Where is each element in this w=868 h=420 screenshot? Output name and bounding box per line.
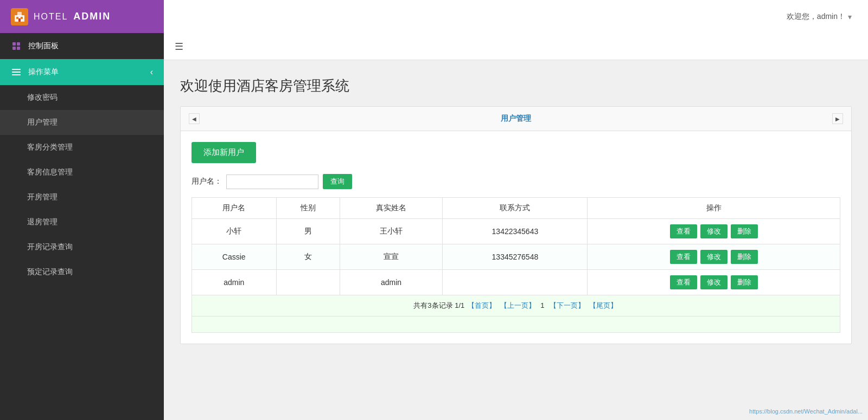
sidebar-item-checkin[interactable]: 开房管理 [0,185,164,210]
sidebar-item-change-password[interactable]: 修改密码 [0,85,164,110]
search-area: 用户名： 查询 [192,174,840,189]
welcome-text: 欢迎您，admin！ [787,12,845,22]
view-button[interactable]: 查看 [670,250,697,264]
card-left-arrow[interactable]: ◀ [189,113,200,124]
search-button[interactable]: 查询 [323,174,352,189]
sidebar-item-user-management[interactable]: 用户管理 [0,110,164,135]
pagination-first[interactable]: 【首页】 [468,301,496,309]
search-label: 用户名： [192,177,222,186]
sidebar-item-dashboard[interactable]: 控制面板 [0,33,164,59]
pagination-next[interactable]: 【下一页】 [550,301,585,309]
sidebar-item-room-info[interactable]: 客房信息管理 [0,160,164,185]
svg-rect-5 [12,42,16,46]
header-right: 欢迎您，admin！ ▾ [164,0,868,33]
delete-button[interactable]: 删除 [731,250,758,264]
svg-rect-1 [17,12,22,16]
sidebar-item-checkin-records[interactable]: 开房记录查询 [0,235,164,260]
edit-button[interactable]: 修改 [700,275,727,289]
table-row: 小轩男王小轩13422345643查看修改删除 [192,219,840,244]
content-area: ☰ 欢迎使用酒店客房管理系统 ◀ 用户管理 ▶ 添加新用户 用户名： 查询 [164,33,868,420]
cell-username: admin [192,270,277,295]
view-button[interactable]: 查看 [670,224,697,238]
svg-rect-10 [12,72,21,73]
user-table: 用户名 性别 真实姓名 联系方式 操作 小轩男王小轩13422345643查看修… [192,197,840,333]
pagination-last[interactable]: 【尾页】 [589,301,617,309]
cell-gender: 女 [276,244,340,270]
cell-gender [276,270,340,295]
sidebar: 控制面板 操作菜单 ‹ 修改密码 用户管理 客房分类管理 [0,33,164,420]
cell-actions: 查看修改删除 [588,270,840,295]
svg-rect-2 [16,17,18,19]
col-contact: 联系方式 [443,198,588,219]
user-management-card: ◀ 用户管理 ▶ 添加新用户 用户名： 查询 用户名 [180,106,852,344]
search-input[interactable] [226,175,318,189]
delete-button[interactable]: 删除 [731,275,758,289]
hamburger-button[interactable]: ☰ [175,41,183,53]
logo-hotel-text: HOTEL [34,12,68,22]
content-topbar: ☰ [164,33,868,60]
dashboard-icon [11,41,22,51]
col-actions: 操作 [588,198,840,219]
sidebar-item-reservation-records[interactable]: 预定记录查询 [0,260,164,285]
table-row: adminadmin查看修改删除 [192,270,840,295]
col-username: 用户名 [192,198,277,219]
card-header: ◀ 用户管理 ▶ [181,107,851,131]
svg-rect-8 [17,47,20,50]
svg-rect-11 [12,74,21,75]
menu-icon [11,67,22,77]
card-right-arrow[interactable]: ▶ [832,113,843,124]
col-realname: 真实姓名 [340,198,443,219]
col-gender: 性别 [276,198,340,219]
cell-actions: 查看修改删除 [588,244,840,270]
edit-button[interactable]: 修改 [700,250,727,264]
delete-button[interactable]: 删除 [731,224,758,238]
svg-rect-4 [18,18,21,22]
logo-admin-text: ADMIN [73,11,111,22]
cell-actions: 查看修改删除 [588,219,840,244]
cell-username: Cassie [192,244,277,270]
cell-realname: 宣宣 [340,244,443,270]
user-dropdown-arrow[interactable]: ▾ [848,12,852,21]
svg-rect-7 [12,47,16,50]
svg-rect-6 [17,42,20,46]
table-footer-row [192,316,840,333]
cell-contact [443,270,588,295]
table-row: Cassie女宣宣13345276548查看修改删除 [192,244,840,270]
cell-username: 小轩 [192,219,277,244]
card-body: 添加新用户 用户名： 查询 用户名 性别 真实姓名 联系方式 [181,131,851,344]
edit-button[interactable]: 修改 [700,224,727,238]
menu-label: 操作菜单 [28,67,59,77]
pagination-cell: 共有3条记录 1/1 【首页】 【上一页】 1 【下一页】 【尾页】 [192,295,840,316]
menu-collapse-arrow[interactable]: ‹ [150,67,153,77]
sidebar-menu-section[interactable]: 操作菜单 ‹ [0,59,164,85]
logo-icon [11,8,28,25]
cell-gender: 男 [276,219,340,244]
table-footer-cell [192,316,840,333]
cell-realname: admin [340,270,443,295]
cell-contact: 13345276548 [443,244,588,270]
content-inner: ◀ 用户管理 ▶ 添加新用户 用户名： 查询 用户名 [164,106,868,420]
sidebar-item-checkout[interactable]: 退房管理 [0,210,164,235]
watermark: https://blog.csdn.net/Wechat_Admin/adal.… [749,408,863,415]
pagination-current: 1 [540,301,544,309]
add-user-button[interactable]: 添加新用户 [192,142,256,163]
pagination-prev[interactable]: 【上一页】 [500,301,535,309]
dashboard-label: 控制面板 [28,41,59,51]
sidebar-item-room-category[interactable]: 客房分类管理 [0,135,164,160]
page-title: 欢迎使用酒店客房管理系统 [164,60,868,106]
card-title: 用户管理 [200,114,832,124]
svg-rect-3 [21,17,23,19]
svg-rect-9 [12,69,21,70]
pagination-total: 共有3条记录 1/1 [413,301,467,309]
cell-contact: 13422345643 [443,219,588,244]
view-button[interactable]: 查看 [670,275,697,289]
pagination-row: 共有3条记录 1/1 【首页】 【上一页】 1 【下一页】 【尾页】 [192,295,840,316]
cell-realname: 王小轩 [340,219,443,244]
logo-area: HOTEL ADMIN [0,0,164,33]
